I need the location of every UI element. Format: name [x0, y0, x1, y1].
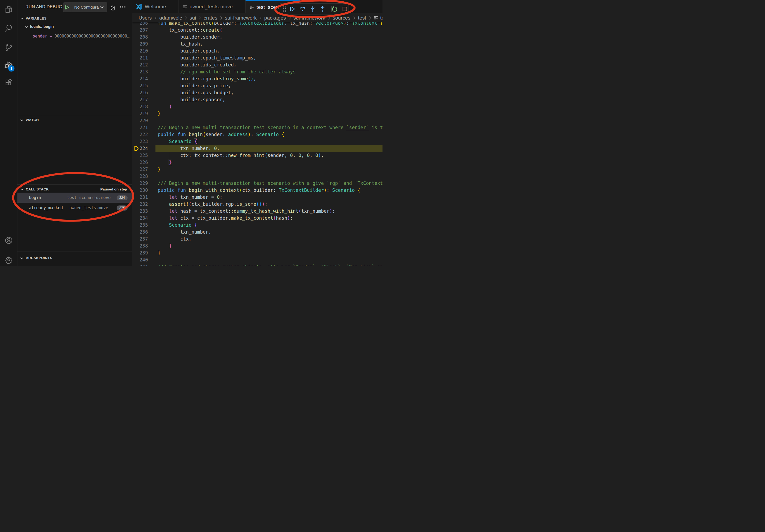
- code-line: let hash = tx_context::dummy_tx_hash_wit…: [158, 208, 335, 215]
- code-line: /// Creates and shares system objects, a…: [158, 263, 383, 266]
- vscode-logo-icon: [136, 4, 142, 10]
- breadcrumb-separator-icon: [353, 16, 356, 20]
- section-watch[interactable]: WATCH: [17, 117, 132, 123]
- code-line: ctx,: [158, 235, 192, 242]
- code-line: }: [158, 249, 161, 256]
- activity-bar-item-settings[interactable]: [0, 251, 17, 266]
- tab-label: owned_tests.move: [190, 4, 233, 10]
- chevron-down-icon: [20, 187, 24, 191]
- code-line: /// Begin a new multi-transaction test s…: [158, 180, 383, 187]
- frame-line-badge: 275: [117, 205, 128, 210]
- code-line: public fun begin_with_context(ctx_builde…: [158, 187, 361, 194]
- debug-badge: 1: [8, 65, 14, 72]
- call-stack-frame[interactable]: already_markedowned_tests.move275: [17, 203, 132, 213]
- section-label: CALL STACK: [26, 187, 49, 191]
- activity-bar-item-run-and-debug[interactable]: 1: [0, 57, 17, 74]
- debug-step-over-button[interactable]: [298, 4, 307, 14]
- breadcrumb-item[interactable]: sui-framework: [225, 15, 257, 21]
- code-line: builder.rgp.destroy_some(),: [158, 75, 256, 82]
- line-number: 236: [132, 228, 148, 235]
- move-file-icon: [183, 4, 187, 9]
- line-number: 228: [132, 173, 148, 180]
- move-file-icon: [374, 16, 378, 20]
- activity-bar-item-explorer[interactable]: [0, 1, 17, 18]
- line-number: 215: [132, 82, 148, 89]
- breadcrumb-item[interactable]: crates: [204, 15, 217, 21]
- section-variables[interactable]: VARIABLES: [17, 15, 132, 21]
- code-editor[interactable]: 206fun make_tx_context(builder: TxContex…: [132, 0, 382, 266]
- code-line: txn_number,: [158, 228, 211, 235]
- chevron-down-icon: [20, 118, 24, 122]
- debug-step-out-button[interactable]: [318, 4, 327, 14]
- variable-value: 000000000000000000000000000000…: [54, 34, 130, 39]
- activity-bar-item-search[interactable]: [0, 19, 17, 36]
- tab-owned-tests-move[interactable]: owned_tests.move: [179, 0, 246, 13]
- line-number: 230: [132, 187, 148, 194]
- code-line: tx_context::create(: [158, 27, 223, 34]
- breadcrumb-item[interactable]: adamwelc: [159, 15, 182, 21]
- code-line: public fun begin(sender: address): Scena…: [158, 131, 285, 138]
- activity-bar-item-extensions[interactable]: [0, 74, 17, 91]
- breadcrumb-item[interactable]: packages: [264, 15, 286, 21]
- call-stack-frame[interactable]: begintest_scenario.move224: [17, 193, 132, 203]
- line-number: 208: [132, 34, 148, 40]
- tab-welcome[interactable]: Welcome: [132, 0, 179, 13]
- code-line: tx_hash,: [158, 40, 203, 47]
- more-actions-icon[interactable]: [120, 4, 126, 10]
- code-line: txn_number: 0,: [158, 145, 220, 152]
- debug-start-control[interactable]: No Configura: [63, 2, 107, 12]
- start-debug-play-icon[interactable]: [63, 2, 71, 12]
- line-number: 216: [132, 89, 148, 96]
- section-label: WATCH: [26, 118, 39, 122]
- debug-stop-button[interactable]: [340, 4, 350, 14]
- line-number: 207: [132, 27, 148, 34]
- variable-name: sender: [17, 34, 47, 39]
- bracket-match: [169, 159, 172, 165]
- source-control-icon: [5, 43, 13, 51]
- activity-bar-item-account[interactable]: [0, 232, 17, 249]
- line-number: 225: [132, 152, 148, 159]
- debug-settings-gear-icon[interactable]: [110, 5, 116, 10]
- breadcrumb-item[interactable]: Users: [139, 15, 152, 21]
- line-number: 218: [132, 103, 148, 110]
- section-breakpoints[interactable]: BREAKPOINTS: [17, 254, 132, 261]
- toolbar-separator: [331, 6, 332, 12]
- sidebar-title: RUN AND DEBUG: [25, 0, 62, 13]
- line-number: 223: [132, 138, 148, 145]
- breadcrumb-item[interactable]: test: [358, 15, 367, 21]
- line-number: 226: [132, 159, 148, 166]
- breadcrumb-item[interactable]: sui-framework: [294, 15, 326, 21]
- activity-bar-item-source-control[interactable]: [0, 39, 17, 56]
- extensions-icon: [5, 79, 13, 87]
- section-call-stack[interactable]: CALL STACK Paused on step: [17, 186, 132, 192]
- line-number: 235: [132, 221, 148, 228]
- breadcrumb-item[interactable]: sui: [190, 15, 196, 21]
- variable-row[interactable]: sender = 000000000000000000000000000000…: [17, 32, 132, 40]
- line-number: 214: [132, 75, 148, 82]
- breadcrumb-file[interactable]: test_scenario.move: [374, 15, 382, 21]
- breadcrumb-item[interactable]: sources: [333, 15, 350, 21]
- line-number: 211: [132, 54, 148, 61]
- code-line: Scenario {: [158, 138, 197, 145]
- code-line: builder.sponsor,: [158, 96, 226, 103]
- line-number: 217: [132, 96, 148, 103]
- breadcrumb-separator-icon: [328, 16, 330, 20]
- debug-step-into-button[interactable]: [308, 4, 318, 14]
- code-line: assert!(ctx_builder.rgp.is_some());: [158, 201, 268, 208]
- debug-config-dropdown[interactable]: No Configura: [71, 5, 100, 10]
- breadcrumb[interactable]: Usersadamwelcsuicratessui-frameworkpacka…: [132, 13, 382, 22]
- sidebar-header: RUN AND DEBUG No Configura: [17, 0, 132, 13]
- chevron-down-icon: [20, 17, 24, 20]
- variables-scope-row[interactable]: locals: begin: [17, 23, 132, 31]
- line-number: 209: [132, 40, 148, 47]
- debug-status-text: Paused on step: [100, 187, 127, 191]
- line-number: 231: [132, 194, 148, 201]
- line-number: 222: [132, 131, 148, 138]
- account-icon: [5, 236, 13, 245]
- breadcrumb-separator-icon: [220, 16, 223, 20]
- breadcrumb-separator-icon: [198, 16, 201, 20]
- line-number: 240: [132, 256, 148, 263]
- line-number: 237: [132, 235, 148, 242]
- section-label: BREAKPOINTS: [26, 256, 52, 260]
- gripper-icon[interactable]: [283, 6, 287, 13]
